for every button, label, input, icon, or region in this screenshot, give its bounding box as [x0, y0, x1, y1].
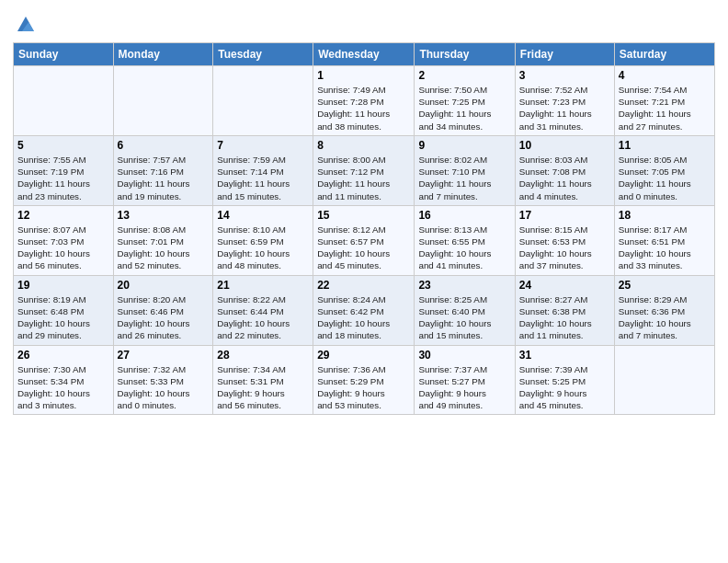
- weekday-header: Saturday: [614, 43, 714, 66]
- day-info: Sunrise: 8:20 AM Sunset: 6:46 PM Dayligh…: [118, 293, 210, 342]
- calendar-cell: [213, 66, 313, 136]
- calendar-cell: 31Sunrise: 7:39 AM Sunset: 5:25 PM Dayli…: [515, 345, 614, 415]
- calendar-cell: 4Sunrise: 7:54 AM Sunset: 7:21 PM Daylig…: [614, 66, 714, 136]
- day-info: Sunrise: 7:52 AM Sunset: 7:23 PM Dayligh…: [519, 84, 610, 132]
- day-info: Sunrise: 8:19 AM Sunset: 6:48 PM Dayligh…: [17, 293, 109, 342]
- day-info: Sunrise: 7:59 AM Sunset: 7:14 PM Dayligh…: [217, 154, 309, 202]
- day-number: 5: [17, 139, 109, 152]
- calendar-cell: 7Sunrise: 7:59 AM Sunset: 7:14 PM Daylig…: [213, 135, 313, 205]
- calendar-cell: [113, 66, 213, 136]
- day-info: Sunrise: 8:12 AM Sunset: 6:57 PM Dayligh…: [317, 224, 410, 272]
- day-info: Sunrise: 7:54 AM Sunset: 7:21 PM Dayligh…: [619, 84, 711, 132]
- calendar-cell: 29Sunrise: 7:36 AM Sunset: 5:29 PM Dayli…: [313, 345, 415, 415]
- calendar-cell: 17Sunrise: 8:15 AM Sunset: 6:53 PM Dayli…: [515, 205, 614, 275]
- day-number: 17: [519, 209, 610, 222]
- day-info: Sunrise: 7:49 AM Sunset: 7:28 PM Dayligh…: [317, 84, 410, 132]
- calendar-week-row: 5Sunrise: 7:55 AM Sunset: 7:19 PM Daylig…: [14, 135, 715, 205]
- day-info: Sunrise: 8:27 AM Sunset: 6:38 PM Dayligh…: [519, 293, 610, 342]
- day-info: Sunrise: 8:13 AM Sunset: 6:55 PM Dayligh…: [418, 224, 510, 272]
- calendar-cell: 23Sunrise: 8:25 AM Sunset: 6:40 PM Dayli…: [415, 275, 515, 345]
- calendar-week-row: 19Sunrise: 8:19 AM Sunset: 6:48 PM Dayli…: [14, 275, 715, 345]
- calendar-week-row: 26Sunrise: 7:30 AM Sunset: 5:34 PM Dayli…: [14, 345, 715, 415]
- calendar-cell: 24Sunrise: 8:27 AM Sunset: 6:38 PM Dayli…: [515, 275, 614, 345]
- day-number: 11: [619, 139, 711, 152]
- day-info: Sunrise: 8:10 AM Sunset: 6:59 PM Dayligh…: [217, 224, 309, 272]
- day-info: Sunrise: 7:34 AM Sunset: 5:31 PM Dayligh…: [217, 363, 309, 412]
- calendar-cell: [14, 66, 114, 136]
- weekday-header: Friday: [515, 43, 614, 66]
- calendar-cell: 22Sunrise: 8:24 AM Sunset: 6:42 PM Dayli…: [313, 275, 415, 345]
- logo-icon: [16, 15, 36, 33]
- day-number: 1: [317, 69, 410, 82]
- calendar-cell: 27Sunrise: 7:32 AM Sunset: 5:33 PM Dayli…: [113, 345, 213, 415]
- day-info: Sunrise: 7:37 AM Sunset: 5:27 PM Dayligh…: [418, 363, 510, 412]
- day-number: 2: [418, 69, 510, 82]
- day-number: 19: [17, 279, 109, 292]
- calendar-cell: 28Sunrise: 7:34 AM Sunset: 5:31 PM Dayli…: [213, 345, 313, 415]
- calendar-cell: 11Sunrise: 8:05 AM Sunset: 7:05 PM Dayli…: [614, 135, 714, 205]
- day-info: Sunrise: 7:57 AM Sunset: 7:16 PM Dayligh…: [118, 154, 210, 202]
- day-number: 21: [217, 279, 309, 292]
- day-number: 9: [418, 139, 510, 152]
- day-info: Sunrise: 7:39 AM Sunset: 5:25 PM Dayligh…: [519, 363, 610, 412]
- calendar-container: SundayMondayTuesdayWednesdayThursdayFrid…: [0, 0, 728, 428]
- day-info: Sunrise: 8:17 AM Sunset: 6:51 PM Dayligh…: [619, 224, 711, 272]
- day-number: 23: [418, 279, 510, 292]
- day-number: 8: [317, 139, 410, 152]
- calendar-cell: 12Sunrise: 8:07 AM Sunset: 7:03 PM Dayli…: [14, 205, 114, 275]
- calendar-cell: 30Sunrise: 7:37 AM Sunset: 5:27 PM Dayli…: [415, 345, 515, 415]
- day-info: Sunrise: 8:24 AM Sunset: 6:42 PM Dayligh…: [317, 293, 410, 342]
- day-info: Sunrise: 8:22 AM Sunset: 6:44 PM Dayligh…: [217, 293, 309, 342]
- day-info: Sunrise: 7:36 AM Sunset: 5:29 PM Dayligh…: [317, 363, 410, 412]
- calendar-cell: [614, 345, 714, 415]
- logo: [13, 15, 36, 35]
- calendar-cell: 8Sunrise: 8:00 AM Sunset: 7:12 PM Daylig…: [313, 135, 415, 205]
- weekday-header: Thursday: [415, 43, 515, 66]
- calendar-cell: 2Sunrise: 7:50 AM Sunset: 7:25 PM Daylig…: [415, 66, 515, 136]
- day-info: Sunrise: 8:00 AM Sunset: 7:12 PM Dayligh…: [317, 154, 410, 202]
- day-info: Sunrise: 8:05 AM Sunset: 7:05 PM Dayligh…: [619, 154, 711, 202]
- weekday-header-row: SundayMondayTuesdayWednesdayThursdayFrid…: [14, 43, 715, 66]
- day-info: Sunrise: 7:50 AM Sunset: 7:25 PM Dayligh…: [418, 84, 510, 132]
- day-info: Sunrise: 8:03 AM Sunset: 7:08 PM Dayligh…: [519, 154, 610, 202]
- calendar-week-row: 12Sunrise: 8:07 AM Sunset: 7:03 PM Dayli…: [14, 205, 715, 275]
- calendar-week-row: 1Sunrise: 7:49 AM Sunset: 7:28 PM Daylig…: [14, 66, 715, 136]
- day-number: 10: [519, 139, 610, 152]
- day-number: 30: [418, 349, 510, 362]
- day-info: Sunrise: 8:25 AM Sunset: 6:40 PM Dayligh…: [418, 293, 510, 342]
- calendar-cell: 13Sunrise: 8:08 AM Sunset: 7:01 PM Dayli…: [113, 205, 213, 275]
- day-number: 25: [619, 279, 711, 292]
- calendar-cell: 6Sunrise: 7:57 AM Sunset: 7:16 PM Daylig…: [113, 135, 213, 205]
- day-info: Sunrise: 7:32 AM Sunset: 5:33 PM Dayligh…: [118, 363, 210, 412]
- day-number: 18: [619, 209, 711, 222]
- day-number: 15: [317, 209, 410, 222]
- calendar-cell: 18Sunrise: 8:17 AM Sunset: 6:51 PM Dayli…: [614, 205, 714, 275]
- day-number: 7: [217, 139, 309, 152]
- day-number: 20: [118, 279, 210, 292]
- calendar-table: SundayMondayTuesdayWednesdayThursdayFrid…: [13, 42, 715, 415]
- day-number: 3: [519, 69, 610, 82]
- day-number: 6: [118, 139, 210, 152]
- day-info: Sunrise: 8:08 AM Sunset: 7:01 PM Dayligh…: [118, 224, 210, 272]
- day-number: 13: [118, 209, 210, 222]
- day-info: Sunrise: 7:55 AM Sunset: 7:19 PM Dayligh…: [17, 154, 109, 202]
- weekday-header: Wednesday: [313, 43, 415, 66]
- header: [13, 9, 715, 35]
- weekday-header: Tuesday: [213, 43, 313, 66]
- day-number: 29: [317, 349, 410, 362]
- calendar-cell: 14Sunrise: 8:10 AM Sunset: 6:59 PM Dayli…: [213, 205, 313, 275]
- calendar-cell: 21Sunrise: 8:22 AM Sunset: 6:44 PM Dayli…: [213, 275, 313, 345]
- day-number: 16: [418, 209, 510, 222]
- calendar-cell: 5Sunrise: 7:55 AM Sunset: 7:19 PM Daylig…: [14, 135, 114, 205]
- weekday-header: Sunday: [14, 43, 114, 66]
- day-info: Sunrise: 7:30 AM Sunset: 5:34 PM Dayligh…: [17, 363, 109, 412]
- weekday-header: Monday: [113, 43, 213, 66]
- calendar-cell: 16Sunrise: 8:13 AM Sunset: 6:55 PM Dayli…: [415, 205, 515, 275]
- day-number: 27: [118, 349, 210, 362]
- day-number: 31: [519, 349, 610, 362]
- calendar-cell: 20Sunrise: 8:20 AM Sunset: 6:46 PM Dayli…: [113, 275, 213, 345]
- day-info: Sunrise: 8:29 AM Sunset: 6:36 PM Dayligh…: [619, 293, 711, 342]
- calendar-cell: 19Sunrise: 8:19 AM Sunset: 6:48 PM Dayli…: [14, 275, 114, 345]
- day-number: 12: [17, 209, 109, 222]
- day-number: 22: [317, 279, 410, 292]
